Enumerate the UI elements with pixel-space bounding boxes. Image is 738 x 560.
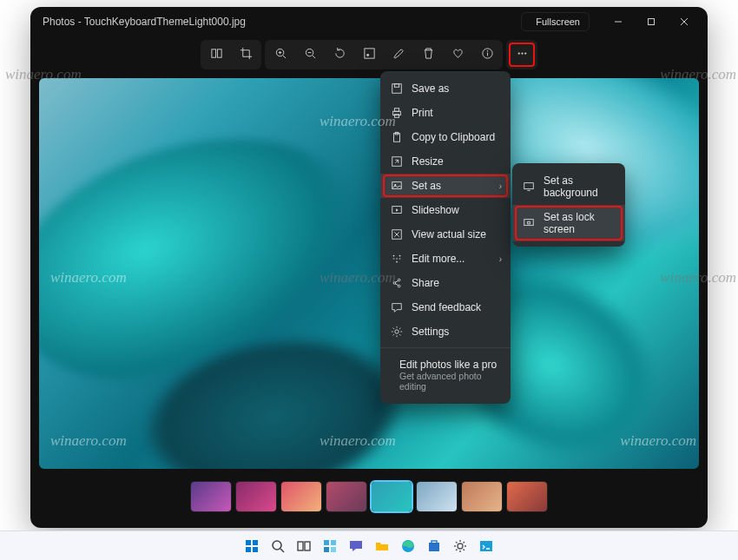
filmstrip-thumb[interactable]	[191, 482, 231, 511]
close-button[interactable]	[668, 9, 701, 35]
filmstrip-thumb[interactable]	[326, 482, 366, 511]
edge-icon[interactable]	[399, 537, 418, 556]
menu-item-label: Share	[412, 277, 439, 289]
svg-rect-18	[432, 541, 437, 544]
menu-item-print[interactable]: Print	[380, 101, 511, 125]
settings-icon[interactable]	[451, 537, 470, 556]
svg-rect-12	[324, 540, 329, 545]
menu-item-label: Slideshow	[412, 204, 459, 216]
start-icon[interactable]	[242, 537, 261, 556]
menu-item-label: Send feedback	[412, 301, 481, 313]
lock-icon	[523, 217, 535, 229]
window-controls	[602, 9, 701, 35]
more-menu: Save as Print Copy to Clipboard Resize S…	[380, 71, 511, 404]
menu-item-resize[interactable]: Resize	[380, 149, 511, 174]
more-button[interactable]	[509, 43, 535, 67]
delete-button[interactable]	[415, 43, 441, 67]
fullscreen-button[interactable]: Fullscreen	[521, 12, 590, 31]
zoom-out-icon	[304, 47, 317, 63]
svg-rect-11	[305, 542, 310, 550]
draw-button[interactable]	[385, 43, 412, 67]
filmstrip-thumb[interactable]	[372, 482, 412, 511]
svg-rect-15	[331, 547, 336, 552]
window-title: Photos - TouchKeyboardThemeLight000.jpg	[43, 16, 521, 28]
adjust-button[interactable]	[356, 43, 382, 67]
taskview-icon[interactable]	[294, 537, 313, 556]
taskbar	[0, 530, 738, 560]
menu-item-share[interactable]: Share	[380, 271, 511, 295]
toolbar	[30, 36, 708, 73]
adjust-icon	[363, 47, 376, 63]
rotate-icon	[333, 47, 346, 63]
photos-app-window: Photos - TouchKeyboardThemeLight000.jpg …	[30, 7, 708, 528]
minimize-button[interactable]	[602, 9, 635, 35]
promo-title: Edit photos like a pro	[399, 359, 500, 371]
clipboard-icon	[391, 131, 403, 143]
desktop-icon	[523, 181, 535, 193]
menu-item-edit-more-[interactable]: Edit more... ›	[380, 247, 511, 271]
svg-rect-13	[331, 540, 336, 545]
promo-subtitle: Get advanced photo editing	[399, 371, 500, 392]
zoom-out-button[interactable]	[297, 43, 323, 67]
crop-icon	[240, 47, 253, 63]
menu-item-send-feedback[interactable]: Send feedback	[380, 295, 511, 320]
submenu-item-set-as-lock-screen[interactable]: Set as lock screen	[512, 205, 625, 241]
terminal-icon[interactable]	[477, 537, 496, 556]
submenu-item-set-as-background[interactable]: Set as background	[512, 168, 625, 205]
favorite-button[interactable]	[445, 43, 471, 67]
settings-icon	[391, 326, 403, 338]
search-icon[interactable]	[268, 537, 287, 556]
print-icon	[391, 107, 403, 119]
svg-rect-6	[246, 547, 251, 552]
menu-item-label: Print	[412, 107, 433, 119]
info-icon	[481, 47, 494, 63]
svg-rect-14	[324, 547, 329, 552]
editmore-icon	[391, 253, 403, 265]
share-icon	[391, 277, 403, 289]
filmstrip-thumb[interactable]	[417, 482, 457, 511]
menu-item-copy-to-clipboard[interactable]: Copy to Clipboard	[380, 125, 511, 149]
explorer-icon[interactable]	[372, 537, 392, 556]
chat-icon[interactable]	[346, 537, 366, 556]
svg-rect-7	[253, 547, 258, 552]
zoom-in-icon	[274, 47, 287, 63]
menu-item-settings[interactable]: Settings	[380, 320, 511, 344]
zoom-in-button[interactable]	[267, 43, 293, 67]
fullscreen-label: Fullscreen	[536, 16, 580, 27]
menu-promo[interactable]: Edit photos like a pro Get advanced phot…	[380, 352, 511, 399]
crop-button[interactable]	[233, 43, 259, 67]
menu-item-label: Save as	[412, 82, 449, 95]
filmstrip-thumb[interactable]	[507, 482, 547, 511]
delete-icon	[422, 47, 435, 63]
menu-item-view-actual-size[interactable]: View actual size	[380, 222, 511, 247]
feedback-icon	[391, 301, 403, 313]
filmstrip	[30, 476, 708, 528]
titlebar: Photos - TouchKeyboardThemeLight000.jpg …	[30, 7, 708, 36]
rotate-button[interactable]	[326, 43, 353, 67]
save-icon	[391, 82, 403, 95]
menu-item-set-as[interactable]: Set as ›	[380, 174, 511, 198]
favorite-icon	[451, 47, 465, 63]
widgets-icon[interactable]	[320, 537, 339, 556]
store-icon[interactable]	[425, 537, 444, 556]
menu-item-slideshow[interactable]: Slideshow	[380, 198, 511, 222]
menu-item-save-as[interactable]: Save as	[380, 76, 511, 101]
menu-item-label: Set as	[412, 180, 441, 192]
filmstrip-thumb[interactable]	[236, 482, 276, 511]
filmstrip-thumb[interactable]	[281, 482, 321, 511]
compare-button[interactable]	[203, 43, 229, 67]
image-viewport[interactable]	[39, 78, 699, 469]
actualsize-icon	[391, 228, 403, 240]
filmstrip-thumb[interactable]	[462, 482, 502, 511]
menu-item-label: View actual size	[412, 228, 486, 240]
menu-item-label: Resize	[412, 155, 444, 168]
more-icon	[516, 47, 529, 63]
compare-icon	[210, 47, 223, 63]
info-button[interactable]	[474, 43, 500, 67]
setas-icon	[391, 180, 403, 192]
menu-item-label: Settings	[412, 326, 449, 338]
draw-icon	[392, 47, 405, 63]
maximize-button[interactable]	[635, 9, 668, 35]
svg-point-19	[458, 544, 463, 549]
chevron-right-icon: ›	[499, 181, 502, 191]
